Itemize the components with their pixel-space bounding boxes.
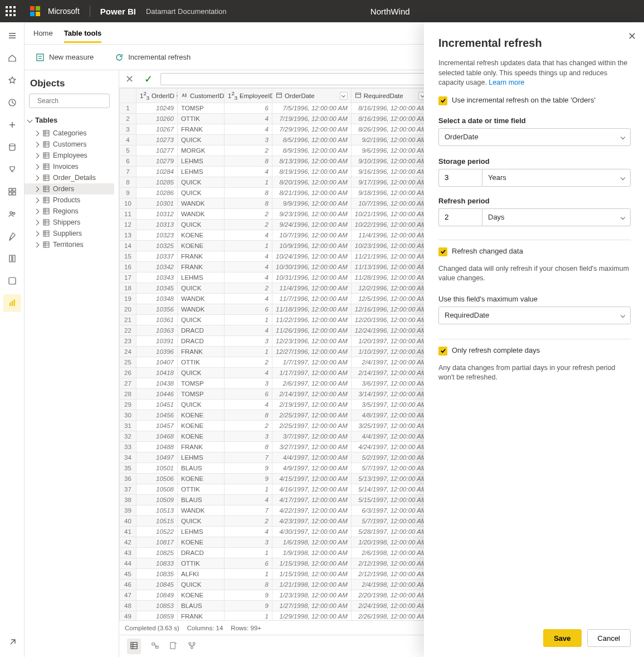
cell[interactable]: 1/9/1998, 12:00:00 AM (272, 548, 352, 558)
cell[interactable]: OTTIK (178, 357, 225, 368)
plus-icon[interactable] (3, 116, 21, 134)
table-row[interactable]: 4510835ALFKI11/15/1998, 12:00:00 AM2/12/… (120, 569, 455, 580)
cell[interactable]: 11/28/1996, 12:00:00 AM (351, 272, 430, 283)
cell[interactable]: 8/26/1996, 12:00:00 AM (351, 124, 430, 135)
cell[interactable]: QUICK (178, 315, 225, 325)
cell[interactable]: 10508 (136, 484, 178, 495)
cell[interactable]: 4 (225, 400, 272, 410)
cancel-button[interactable]: Cancel (587, 629, 631, 647)
cell[interactable]: FRANK (178, 347, 225, 357)
table-row[interactable]: 3910513WANDK74/22/1997, 12:00:00 AM6/3/1… (120, 505, 455, 516)
grid-icon[interactable] (3, 183, 21, 201)
cell[interactable]: 4/16/1997, 12:00:00 AM (272, 484, 352, 495)
cell[interactable]: 1/27/1998, 12:00:00 AM (272, 601, 352, 611)
search-input-wrapper[interactable] (29, 94, 110, 108)
cell[interactable]: 10513 (136, 505, 178, 516)
cell[interactable]: 1/6/1998, 12:00:00 AM (272, 537, 352, 548)
table-row[interactable]: 4810853BLAUS91/27/1998, 12:00:00 AM2/24/… (120, 601, 455, 611)
cell[interactable]: 4 (225, 124, 272, 135)
table-row[interactable]: 2910451QUICK42/19/1997, 12:00:00 AM3/5/1… (120, 400, 455, 410)
cell[interactable]: 10301 (136, 198, 178, 209)
cell[interactable]: ALFKI (178, 569, 225, 580)
cell[interactable]: 4/30/1997, 12:00:00 AM (272, 527, 352, 537)
cell[interactable]: 3/7/1997, 12:00:00 AM (272, 431, 352, 442)
cell[interactable]: 4 (225, 251, 272, 262)
table-row[interactable]: 410273QUICK38/5/1996, 12:00:00 AM9/2/199… (120, 135, 455, 145)
cell[interactable]: 9/17/1996, 12:00:00 AM (351, 177, 430, 188)
table-row[interactable]: 1910348WANDK411/7/1996, 12:00:00 AM12/5/… (120, 294, 455, 304)
cell[interactable]: 8 (225, 156, 272, 167)
cell[interactable]: 8/19/1996, 12:00:00 AM (272, 167, 352, 177)
cell[interactable]: LEHMS (178, 156, 225, 167)
cell[interactable]: FRANK (178, 262, 225, 272)
table-item-categories[interactable]: Categories (25, 128, 114, 139)
cell[interactable]: 4 (225, 325, 272, 336)
cell[interactable]: 10323 (136, 230, 178, 241)
cell[interactable]: 12/27/1996, 12:00:00 AM (272, 347, 352, 357)
cell[interactable]: 10418 (136, 368, 178, 378)
cell[interactable]: KOENE (178, 431, 225, 442)
cell[interactable]: 2/20/1998, 12:00:00 AM (351, 590, 430, 601)
tables-heading[interactable]: Tables (25, 114, 114, 126)
use-incremental-checkbox[interactable] (438, 96, 447, 105)
complete-days-checkbox[interactable] (438, 347, 447, 356)
cell[interactable]: 6 (225, 558, 272, 569)
cell[interactable]: 10273 (136, 135, 178, 145)
cell[interactable]: 2/25/1997, 12:00:00 AM (272, 410, 352, 421)
cell[interactable]: 8/21/1996, 12:00:00 AM (272, 188, 352, 198)
cell[interactable]: 10342 (136, 262, 178, 272)
close-icon[interactable]: ✕ (628, 30, 636, 42)
table-item-regions[interactable]: Regions (25, 206, 114, 217)
table-row[interactable]: 1710343LEHMS410/31/1996, 12:00:00 AM11/2… (120, 272, 455, 283)
cell[interactable]: 5/28/1997, 12:00:00 AM (351, 527, 430, 537)
cell[interactable]: QUICK (178, 220, 225, 230)
cell[interactable]: TOMSP (178, 103, 225, 114)
cell[interactable]: 10/24/1996, 12:00:00 AM (272, 251, 352, 262)
cell[interactable]: 10/7/1996, 12:00:00 AM (272, 230, 352, 241)
cell[interactable]: OTTIK (178, 558, 225, 569)
cell[interactable]: WANDK (178, 198, 225, 209)
table-row[interactable]: 710284LEHMS48/19/1996, 12:00:00 AM9/16/1… (120, 167, 455, 177)
cell[interactable]: FRANK (178, 124, 225, 135)
cell[interactable]: 8 (225, 198, 272, 209)
cell[interactable]: 10313 (136, 220, 178, 230)
cell[interactable]: 1 (225, 611, 272, 620)
cell[interactable]: TOMSP (178, 389, 225, 400)
cell[interactable]: FRANK (178, 442, 225, 452)
table-row[interactable]: 4710849KOENE91/23/1998, 12:00:00 AM2/20/… (120, 590, 455, 601)
cell[interactable]: FRANK (178, 251, 225, 262)
cell[interactable]: 3/25/1997, 12:00:00 AM (351, 421, 430, 431)
view-model-icon[interactable] (151, 641, 159, 651)
cell[interactable]: 11/18/1996, 12:00:00 AM (272, 304, 352, 315)
cell[interactable]: 1 (225, 241, 272, 251)
table-row[interactable]: 3310488FRANK83/27/1997, 12:00:00 AM4/24/… (120, 442, 455, 452)
cell[interactable]: 10438 (136, 378, 178, 389)
view-query-icon[interactable] (169, 641, 178, 651)
table-row[interactable]: 4310825DRACD11/9/1998, 12:00:00 AM2/6/19… (120, 548, 455, 558)
cell[interactable]: 10249 (136, 103, 178, 114)
cell[interactable]: 6 (225, 389, 272, 400)
cell[interactable]: 2/6/1997, 12:00:00 AM (272, 378, 352, 389)
cell[interactable]: 10488 (136, 442, 178, 452)
table-row[interactable]: 1210313QUICK29/24/1996, 12:00:00 AM10/22… (120, 220, 455, 230)
cell[interactable]: BLAUS (178, 495, 225, 505)
cell[interactable]: 4 (225, 368, 272, 378)
cell[interactable]: 10343 (136, 272, 178, 283)
cell[interactable]: 10849 (136, 590, 178, 601)
cell[interactable]: 10825 (136, 548, 178, 558)
home-icon[interactable] (3, 49, 21, 67)
cell[interactable]: 1 (225, 347, 272, 357)
cell[interactable]: 11/4/1996, 12:00:00 AM (272, 283, 352, 294)
cell[interactable]: 10497 (136, 452, 178, 463)
cell[interactable]: 10337 (136, 251, 178, 262)
cell[interactable]: 9 (225, 463, 272, 474)
cell[interactable]: 5/2/1997, 12:00:00 AM (351, 452, 430, 463)
cell[interactable]: LEHMS (178, 452, 225, 463)
column-header-customerid[interactable]: CustomerID (178, 89, 225, 103)
cell[interactable]: QUICK (178, 177, 225, 188)
cell[interactable]: 10522 (136, 527, 178, 537)
table-row[interactable]: 4210817KOENE31/6/1998, 12:00:00 AM1/20/1… (120, 537, 455, 548)
cell[interactable]: 6/3/1997, 12:00:00 AM (351, 505, 430, 516)
table-row[interactable]: 1510337FRANK410/24/1996, 12:00:00 AM11/2… (120, 251, 455, 262)
cell[interactable]: 10501 (136, 463, 178, 474)
